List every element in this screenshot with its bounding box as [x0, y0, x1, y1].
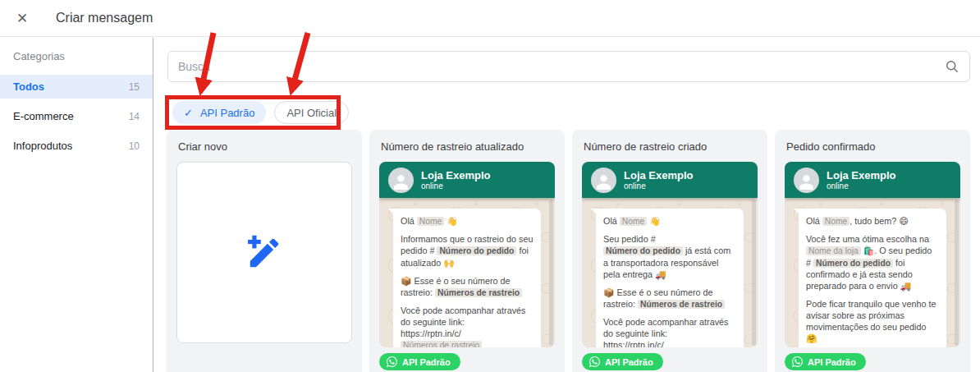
message-paragraph: Você pode acompanhar através do seguinte…	[603, 316, 736, 347]
chat-scrollbar	[955, 200, 959, 346]
create-pencil-plus-icon	[245, 234, 283, 272]
message-paragraph: 📦 Esse é o seu número de rastreio: Númer…	[401, 275, 534, 298]
filter-chip-api-oficial[interactable]: API Oficial	[274, 101, 349, 124]
api-badge: API Padrão	[582, 353, 663, 370]
chat-body: Olá Nome 👋Informamos que o rastreio do s…	[379, 198, 555, 347]
filter-chip-label: API Oficial	[286, 107, 337, 119]
create-message-dialog: ✕ Criar mensagem Categorias Todos 15 E-c…	[0, 0, 980, 372]
filter-chip-api-padrao[interactable]: ✓ API Padrão	[172, 101, 266, 124]
card-rastreio-criado[interactable]: Número de rastreio criadoLoja Exemploonl…	[572, 130, 767, 372]
search-box	[167, 51, 970, 82]
filter-chip-label: API Padrão	[200, 107, 255, 119]
card-title: Pedido confirmado	[786, 140, 959, 153]
chat-contact: Loja Exemploonline	[624, 169, 694, 191]
variable-chip: Números de rastreio	[401, 341, 482, 347]
categories-sidebar: Categorias Todos 15 E-commerce 14 Infopr…	[0, 38, 153, 372]
message-paragraph: Olá Nome 👋	[603, 215, 736, 227]
variable-chip: Número do pedido	[437, 246, 516, 255]
topbar: ✕ Criar mensagem	[0, 0, 980, 37]
sidebar-item-infoprodutos[interactable]: Infoprodutos 10	[0, 134, 153, 158]
card-title: Número de rastreio atualizado	[381, 140, 553, 153]
message-paragraph: Você pode acompanhar através do seguinte…	[401, 305, 534, 347]
avatar	[794, 168, 819, 193]
chat-contact: Loja Exemploonline	[827, 169, 896, 191]
whatsapp-icon	[387, 356, 397, 367]
card-rastreio-atualizado[interactable]: Número de rastreio atualizadoLoja Exempl…	[369, 130, 565, 372]
chat-body: Olá Nome, tudo bem? 😄Você fez uma ótima …	[785, 198, 960, 347]
check-icon: ✓	[184, 107, 193, 119]
message-bubble: Olá Nome 👋Informamos que o rastreio do s…	[393, 209, 541, 347]
whatsapp-chat-preview: Loja ExemploonlineOlá Nome 👋Seu pedido #…	[582, 162, 758, 347]
person-icon	[796, 172, 817, 192]
message-paragraph: Olá Nome, tudo bem? 😄	[806, 215, 939, 227]
variable-chip: Número do pedido	[603, 246, 683, 255]
sidebar-item-count: 15	[129, 81, 140, 93]
chat-body: Olá Nome 👋Seu pedido # Número do pedido …	[582, 198, 758, 347]
variable-chip: Nome	[417, 217, 444, 226]
avatar	[591, 168, 616, 193]
chat-header: Loja Exemploonline	[582, 162, 758, 198]
whatsapp-icon	[589, 356, 600, 367]
card-pedido-confirmado[interactable]: Pedido confirmadoLoja ExemploonlineOlá N…	[775, 130, 970, 372]
chat-header: Loja Exemploonline	[785, 162, 960, 198]
card-title: Número de rastreio criado	[584, 140, 756, 153]
card-title: Criar novo	[178, 140, 350, 153]
message-paragraph: Você fez uma ótima escolha na Nome da lo…	[806, 233, 939, 292]
sidebar-item-count: 10	[129, 140, 140, 152]
sidebar-item-label: E-commerce	[13, 110, 74, 122]
sidebar-item-count: 14	[129, 111, 140, 122]
create-new-button[interactable]	[176, 162, 352, 343]
whatsapp-chat-preview: Loja ExemploonlineOlá Nome, tudo bem? 😄V…	[785, 162, 960, 347]
chat-scrollbar	[752, 200, 756, 346]
chat-header: Loja Exemploonline	[379, 162, 555, 198]
variable-chip: Número do pedido	[813, 259, 893, 268]
sidebar-item-todos[interactable]: Todos 15	[0, 75, 153, 99]
message-paragraph: Seu pedido # Número do pedido já está co…	[603, 233, 736, 279]
whatsapp-chat-preview: Loja ExemploonlineOlá Nome 👋Informamos q…	[379, 162, 555, 347]
chat-status: online	[624, 181, 694, 191]
page-title: Criar mensagem	[56, 11, 153, 25]
avatar	[388, 168, 414, 193]
variable-chip: Números de rastreio	[638, 300, 725, 309]
api-badge: API Padrão	[379, 353, 460, 370]
card-criar-novo[interactable]: Criar novo	[167, 130, 362, 372]
message-paragraph: Informamos que o rastreio do seu pedido …	[401, 233, 534, 268]
person-icon	[593, 172, 614, 192]
api-badge-label: API Padrão	[808, 357, 856, 367]
variable-chip: Nome	[620, 217, 647, 226]
api-filter-chips: ✓ API Padrão API Oficial	[172, 101, 349, 124]
variable-chip: Nome	[822, 217, 849, 226]
message-paragraph: Olá Nome 👋	[401, 215, 534, 227]
chat-status: online	[827, 181, 896, 191]
api-badge-label: API Padrão	[402, 357, 451, 367]
chat-status: online	[421, 181, 491, 191]
chat-name: Loja Exemplo	[624, 169, 694, 182]
api-badge: API Padrão	[785, 353, 866, 370]
chat-name: Loja Exemplo	[827, 169, 896, 182]
whatsapp-icon	[792, 356, 803, 367]
api-badge-label: API Padrão	[605, 357, 653, 367]
message-paragraph: Pode ficar tranquilo que venho te avisar…	[806, 298, 939, 344]
variable-chip: Nome da loja	[806, 246, 861, 255]
sidebar-item-label: Infoprodutos	[13, 140, 72, 152]
message-bubble: Olá Nome, tudo bem? 😄Você fez uma ótima …	[799, 209, 946, 347]
categories-heading: Categorias	[0, 50, 153, 62]
chat-scrollbar	[549, 200, 553, 346]
search-icon	[944, 58, 960, 75]
person-icon	[391, 172, 411, 192]
message-paragraph: 📦 Esse é o seu número de rastreio: Númer…	[603, 287, 736, 310]
chat-contact: Loja Exemploonline	[421, 169, 491, 191]
template-cards-row: Criar novo Número de rastreio atualizado…	[167, 130, 970, 372]
search-input[interactable]	[167, 51, 970, 82]
sidebar-item-ecommerce[interactable]: E-commerce 14	[0, 104, 153, 128]
variable-chip: Números de rastreio	[435, 288, 522, 297]
chat-name: Loja Exemplo	[421, 169, 491, 182]
sidebar-item-label: Todos	[13, 80, 44, 93]
main-panel: ✓ API Padrão API Oficial Criar novo	[154, 38, 980, 372]
message-bubble: Olá Nome 👋Seu pedido # Número do pedido …	[596, 209, 744, 347]
close-icon[interactable]: ✕	[11, 7, 33, 29]
